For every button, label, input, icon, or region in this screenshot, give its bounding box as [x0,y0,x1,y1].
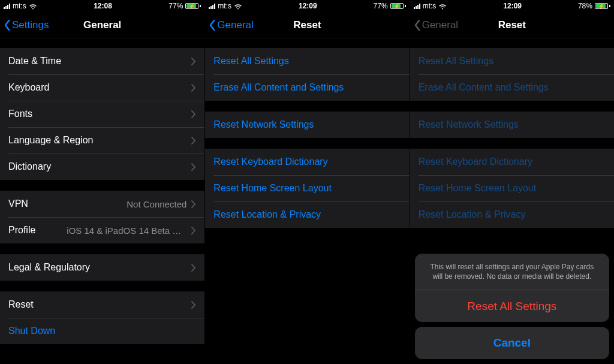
sheet-cancel-button[interactable]: Cancel [415,327,609,359]
row-shutdown[interactable]: Shut Down [0,318,204,344]
wifi-icon [234,3,242,9]
settings-group: Reset All Settings Erase All Content and… [205,48,409,101]
status-bar: mt:s 12:09 77% ⚡ [205,0,409,12]
row-reset-home-layout: Reset Home Screen Layout [410,175,614,201]
row-vpn[interactable]: VPNNot Connected [0,191,204,217]
clock: 12:08 [94,2,112,10]
battery-pct: 77% [168,2,183,10]
row-reset-all-settings[interactable]: Reset All Settings [205,48,409,74]
row-fonts[interactable]: Fonts [0,101,204,127]
chevron-right-icon [191,301,196,309]
settings-group: Reset All Settings Erase All Content and… [410,48,614,101]
battery-icon: ⚡ [185,3,201,9]
row-reset-home-layout[interactable]: Reset Home Screen Layout [205,175,409,201]
chevron-left-icon [209,19,216,31]
chevron-right-icon [191,137,196,145]
row-reset[interactable]: Reset [0,291,204,318]
row-reset-keyboard-dict: Reset Keyboard Dictionary [410,149,614,175]
navbar: General Reset [205,12,409,38]
battery-icon: ⚡ [595,3,610,9]
row-reset-keyboard-dict[interactable]: Reset Keyboard Dictionary [205,149,409,175]
settings-group: VPNNot Connected ProfileiOS 14 & iPadOS … [0,191,204,243]
settings-group: Reset Keyboard Dictionary Reset Home Scr… [410,149,614,228]
sheet-message: This will reset all settings and your Ap… [415,254,609,290]
pane-general: mt:s 12:08 77% ⚡ Settings General Date &… [0,0,204,364]
chevron-right-icon [191,200,196,208]
row-reset-network[interactable]: Reset Network Settings [205,112,409,138]
chevron-right-icon [191,163,196,171]
row-reset-all-settings: Reset All Settings [410,48,614,74]
battery-icon: ⚡ [390,3,406,9]
back-button: General [414,19,458,31]
chevron-left-icon [414,19,421,31]
back-label: General [217,19,253,31]
back-button[interactable]: General [209,19,253,31]
page-title: General [83,19,121,31]
chevron-right-icon [191,110,196,118]
settings-group: Reset Shut Down [0,291,204,344]
content: Date & Time Keyboard Fonts Language & Re… [0,38,204,364]
settings-group: Reset Network Settings [205,112,409,138]
carrier-label: mt:s [218,2,231,10]
row-reset-location-privacy: Reset Location & Privacy [410,201,614,228]
navbar: General Reset [410,12,614,38]
back-button[interactable]: Settings [4,19,49,31]
back-label: General [422,19,458,31]
row-erase-all-content[interactable]: Erase All Content and Settings [205,74,409,101]
pane-reset: mt:s 12:09 77% ⚡ General Reset Reset All… [204,0,409,364]
settings-group: Date & Time Keyboard Fonts Language & Re… [0,48,204,180]
chevron-right-icon [191,264,196,272]
row-keyboard[interactable]: Keyboard [0,74,204,101]
sheet-reset-button[interactable]: Reset All Settings [415,290,609,322]
back-label: Settings [12,19,49,31]
row-reset-network: Reset Network Settings [410,112,614,138]
row-dictionary[interactable]: Dictionary [0,154,204,180]
status-bar: mt:s 12:09 78% ⚡ [410,0,614,12]
settings-group: Reset Network Settings [410,112,614,138]
wifi-icon [29,3,37,9]
row-language-region[interactable]: Language & Region [0,127,204,154]
row-date-time[interactable]: Date & Time [0,48,204,74]
signal-icon [414,4,420,9]
chevron-left-icon [4,19,11,31]
row-reset-location-privacy[interactable]: Reset Location & Privacy [205,201,409,228]
content: Reset All Settings Erase All Content and… [205,38,409,364]
page-title: Reset [498,19,526,31]
carrier-label: mt:s [423,2,437,10]
row-profile[interactable]: ProfileiOS 14 & iPadOS 14 Beta Softwar..… [0,217,204,243]
settings-group: Legal & Regulatory [0,254,204,281]
battery-pct: 78% [578,2,592,10]
status-bar: mt:s 12:08 77% ⚡ [0,0,204,12]
clock: 12:09 [299,2,317,10]
signal-icon [209,4,215,9]
navbar: Settings General [0,12,204,38]
sheet-block: This will reset all settings and your Ap… [415,254,609,322]
clock: 12:09 [503,2,522,10]
row-legal[interactable]: Legal & Regulatory [0,254,204,281]
signal-icon [4,4,10,9]
action-sheet: This will reset all settings and your Ap… [415,254,609,359]
battery-pct: 77% [374,2,388,10]
pane-reset-confirm: mt:s 12:09 78% ⚡ General Reset Reset All… [410,0,614,364]
row-erase-all-content: Erase All Content and Settings [410,74,614,101]
chevron-right-icon [191,58,196,65]
wifi-icon [438,3,447,9]
chevron-right-icon [191,227,196,234]
settings-group: Reset Keyboard Dictionary Reset Home Scr… [205,149,409,228]
chevron-right-icon [191,84,196,92]
carrier-label: mt:s [13,2,26,10]
page-title: Reset [293,19,321,31]
